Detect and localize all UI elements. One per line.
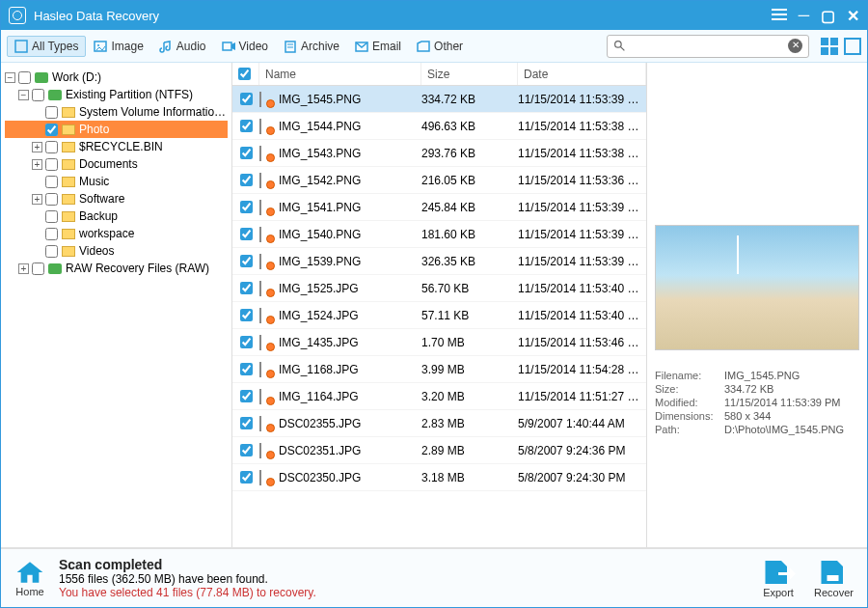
tree-folder[interactable]: +$RECYCLE.BIN — [5, 138, 228, 155]
collapse-icon[interactable]: − — [5, 72, 15, 83]
file-row[interactable]: IMG_1539.PNG326.35 KB11/15/2014 11:53:39… — [232, 248, 646, 275]
file-row[interactable]: IMG_1545.PNG334.72 KB11/15/2014 11:53:39… — [232, 86, 646, 113]
tree-checkbox[interactable] — [45, 176, 58, 188]
meta-value: 11/15/2014 11:53:39 PM — [724, 397, 840, 408]
file-panel: Name Size Date IMG_1545.PNG334.72 KB11/1… — [232, 63, 647, 547]
filter-all[interactable]: All Types — [7, 36, 86, 57]
file-icon — [259, 228, 273, 241]
tree-checkbox[interactable] — [32, 263, 44, 275]
file-checkbox[interactable] — [240, 93, 253, 105]
tree-checkbox[interactable] — [45, 228, 58, 240]
file-row[interactable]: IMG_1525.JPG56.70 KB11/15/2014 11:53:40 … — [232, 275, 646, 302]
svg-rect-0 — [15, 41, 27, 52]
expand-icon[interactable]: + — [32, 159, 42, 170]
file-checkbox[interactable] — [240, 336, 253, 348]
tree-checkbox[interactable] — [45, 158, 58, 171]
tree-checkbox[interactable] — [45, 245, 58, 258]
file-date: 11/15/2014 11:53:40 … — [518, 282, 646, 295]
filter-video[interactable]: Video — [214, 36, 276, 57]
close-button[interactable]: ✕ — [847, 7, 859, 25]
export-button[interactable]: Export — [760, 558, 797, 598]
maximize-button[interactable]: ▢ — [821, 7, 835, 25]
file-row[interactable]: IMG_1543.PNG293.76 KB11/15/2014 11:53:38… — [232, 140, 646, 167]
file-checkbox[interactable] — [240, 147, 253, 159]
file-checkbox[interactable] — [240, 282, 253, 294]
status-title: Scan completed — [59, 557, 316, 572]
image-icon — [94, 40, 107, 53]
tree-folder[interactable]: workspace — [5, 225, 228, 242]
file-checkbox[interactable] — [240, 417, 253, 429]
filter-email[interactable]: Email — [347, 36, 409, 57]
file-row[interactable]: IMG_1524.JPG57.11 KB11/15/2014 11:53:40 … — [232, 302, 646, 329]
file-row[interactable]: IMG_1541.PNG245.84 KB11/15/2014 11:53:39… — [232, 194, 646, 221]
file-checkbox[interactable] — [240, 228, 253, 240]
file-list-header: Name Size Date — [232, 63, 646, 86]
file-date: 11/15/2014 11:53:36 … — [518, 174, 646, 187]
recover-button[interactable]: Recover — [814, 558, 854, 598]
file-row[interactable]: DSC02355.JPG2.83 MB5/9/2007 1:40:44 AM — [232, 410, 646, 437]
file-row[interactable]: IMG_1540.PNG181.60 KB11/15/2014 11:53:39… — [232, 221, 646, 248]
file-row[interactable]: IMG_1542.PNG216.05 KB11/15/2014 11:53:36… — [232, 167, 646, 194]
column-name[interactable]: Name — [259, 63, 421, 85]
file-checkbox[interactable] — [240, 309, 253, 321]
svg-point-2 — [97, 44, 99, 46]
file-size: 2.83 MB — [421, 417, 518, 430]
file-checkbox[interactable] — [240, 363, 253, 375]
search-input[interactable] — [626, 40, 788, 53]
home-button[interactable]: Home — [14, 559, 45, 597]
app-icon — [9, 7, 26, 24]
tree-folder[interactable]: Photo — [5, 121, 228, 138]
tree-folder[interactable]: System Volume Informatio… — [5, 103, 228, 121]
filter-image[interactable]: Image — [86, 36, 150, 57]
list-view-button[interactable] — [844, 38, 861, 55]
filter-other[interactable]: Other — [409, 36, 471, 57]
expand-icon[interactable]: + — [32, 194, 42, 205]
file-row[interactable]: IMG_1435.JPG1.70 MB11/15/2014 11:53:46 … — [232, 329, 646, 356]
tree-folder[interactable]: Backup — [5, 207, 228, 225]
tree-checkbox[interactable] — [45, 124, 58, 136]
file-name: IMG_1544.PNG — [279, 120, 361, 133]
tree-folder[interactable]: +Documents — [5, 155, 228, 173]
collapse-icon[interactable]: − — [18, 90, 29, 100]
menu-icon[interactable] — [772, 7, 787, 24]
file-row[interactable]: DSC02351.JPG2.89 MB5/8/2007 9:24:36 PM — [232, 437, 646, 464]
expand-icon[interactable]: + — [18, 263, 29, 274]
search-box[interactable]: ✕ — [607, 35, 809, 58]
file-name: IMG_1540.PNG — [279, 228, 361, 241]
filter-archive[interactable]: Archive — [276, 36, 347, 57]
minimize-button[interactable]: ─ — [799, 7, 809, 24]
tree-checkbox[interactable] — [32, 89, 44, 101]
tree-folder[interactable]: Videos — [5, 242, 228, 260]
file-row[interactable]: DSC02350.JPG3.18 MB5/8/2007 9:24:30 PM — [232, 464, 646, 491]
grid-view-button[interactable] — [821, 38, 838, 55]
tree-folder[interactable]: Music — [5, 173, 228, 190]
select-all-checkbox[interactable] — [238, 68, 251, 80]
file-row[interactable]: IMG_1164.JPG3.20 MB11/15/2014 11:51:27 … — [232, 383, 646, 410]
clear-search-icon[interactable]: ✕ — [788, 39, 802, 53]
drive-icon — [48, 263, 62, 274]
folder-tree[interactable]: − Work (D:) − Existing Partition (NTFS) … — [1, 63, 232, 547]
file-checkbox[interactable] — [240, 174, 253, 186]
folder-icon — [62, 177, 75, 187]
column-date[interactable]: Date — [518, 63, 646, 85]
file-checkbox[interactable] — [240, 390, 253, 402]
file-row[interactable]: IMG_1168.JPG3.99 MB11/15/2014 11:54:28 … — [232, 356, 646, 383]
file-checkbox[interactable] — [240, 201, 253, 213]
meta-label: Path: — [655, 424, 724, 435]
file-list[interactable]: IMG_1545.PNG334.72 KB11/15/2014 11:53:39… — [232, 86, 646, 547]
tree-checkbox[interactable] — [18, 71, 31, 84]
tree-checkbox[interactable] — [45, 193, 58, 206]
file-checkbox[interactable] — [240, 255, 253, 267]
preview-panel: Filename:IMG_1545.PNG Size:334.72 KB Mod… — [647, 63, 867, 547]
tree-checkbox[interactable] — [45, 141, 58, 153]
file-row[interactable]: IMG_1544.PNG496.63 KB11/15/2014 11:53:38… — [232, 113, 646, 140]
expand-icon[interactable]: + — [32, 142, 42, 152]
tree-checkbox[interactable] — [45, 106, 58, 119]
filter-audio[interactable]: Audio — [151, 36, 214, 57]
file-checkbox[interactable] — [240, 120, 253, 132]
file-checkbox[interactable] — [240, 444, 253, 456]
tree-checkbox[interactable] — [45, 210, 58, 223]
tree-folder[interactable]: +Software — [5, 190, 228, 207]
column-size[interactable]: Size — [421, 63, 518, 85]
file-checkbox[interactable] — [240, 471, 253, 484]
